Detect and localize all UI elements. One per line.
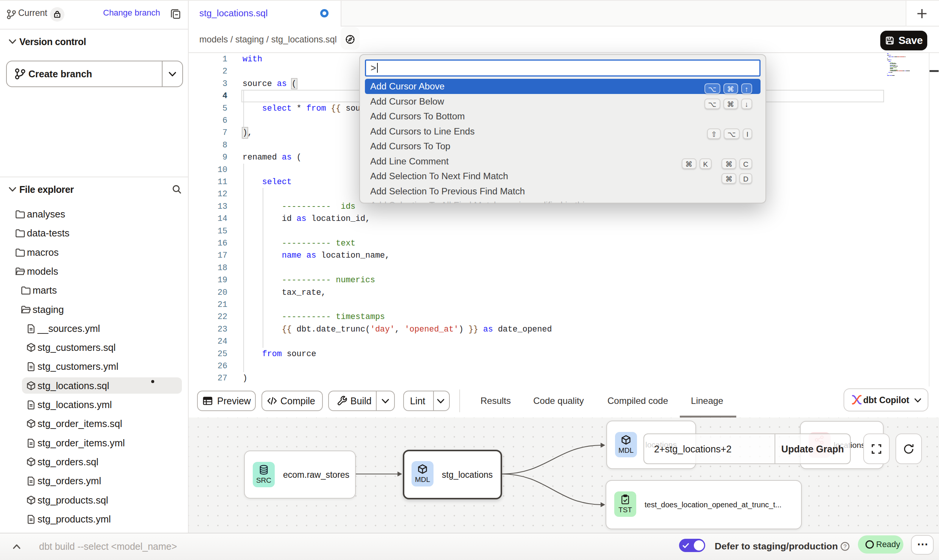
svg-text:?: ? [844,543,847,549]
